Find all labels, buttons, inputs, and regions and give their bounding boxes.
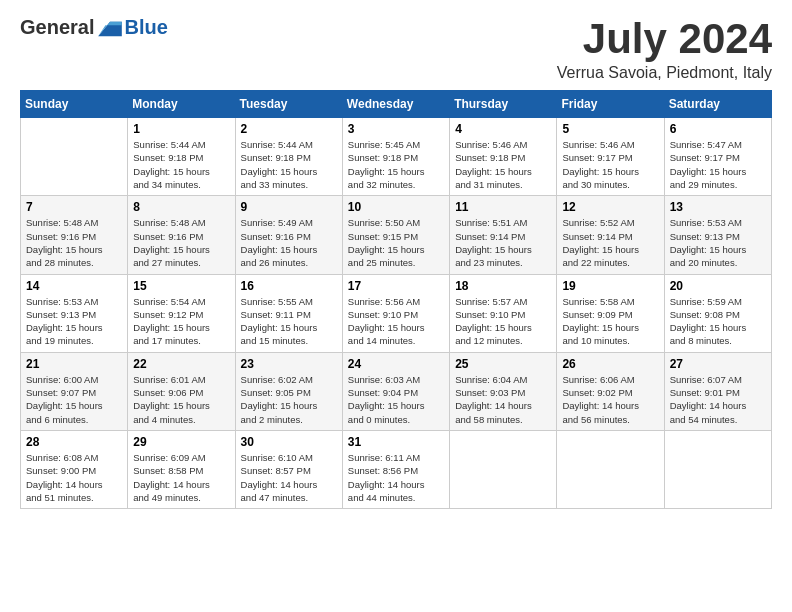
day-info: Sunrise: 5:49 AM Sunset: 9:16 PM Dayligh…	[241, 216, 337, 269]
calendar-cell: 7Sunrise: 5:48 AM Sunset: 9:16 PM Daylig…	[21, 196, 128, 274]
day-number: 13	[670, 200, 766, 214]
day-number: 11	[455, 200, 551, 214]
day-info: Sunrise: 5:56 AM Sunset: 9:10 PM Dayligh…	[348, 295, 444, 348]
calendar-cell: 18Sunrise: 5:57 AM Sunset: 9:10 PM Dayli…	[450, 274, 557, 352]
weekday-header-friday: Friday	[557, 91, 664, 118]
calendar-cell: 5Sunrise: 5:46 AM Sunset: 9:17 PM Daylig…	[557, 118, 664, 196]
week-row-3: 14Sunrise: 5:53 AM Sunset: 9:13 PM Dayli…	[21, 274, 772, 352]
weekday-header-sunday: Sunday	[21, 91, 128, 118]
day-number: 1	[133, 122, 229, 136]
week-row-5: 28Sunrise: 6:08 AM Sunset: 9:00 PM Dayli…	[21, 430, 772, 508]
calendar-cell: 16Sunrise: 5:55 AM Sunset: 9:11 PM Dayli…	[235, 274, 342, 352]
calendar-cell: 20Sunrise: 5:59 AM Sunset: 9:08 PM Dayli…	[664, 274, 771, 352]
day-info: Sunrise: 5:46 AM Sunset: 9:18 PM Dayligh…	[455, 138, 551, 191]
day-info: Sunrise: 5:46 AM Sunset: 9:17 PM Dayligh…	[562, 138, 658, 191]
day-info: Sunrise: 6:03 AM Sunset: 9:04 PM Dayligh…	[348, 373, 444, 426]
weekday-header-wednesday: Wednesday	[342, 91, 449, 118]
day-info: Sunrise: 6:11 AM Sunset: 8:56 PM Dayligh…	[348, 451, 444, 504]
calendar-cell: 1Sunrise: 5:44 AM Sunset: 9:18 PM Daylig…	[128, 118, 235, 196]
calendar-cell: 22Sunrise: 6:01 AM Sunset: 9:06 PM Dayli…	[128, 352, 235, 430]
day-info: Sunrise: 6:10 AM Sunset: 8:57 PM Dayligh…	[241, 451, 337, 504]
logo-blue-text: Blue	[124, 16, 167, 39]
location-title: Verrua Savoia, Piedmont, Italy	[557, 64, 772, 82]
calendar-cell: 25Sunrise: 6:04 AM Sunset: 9:03 PM Dayli…	[450, 352, 557, 430]
weekday-header-tuesday: Tuesday	[235, 91, 342, 118]
day-number: 25	[455, 357, 551, 371]
calendar-cell: 3Sunrise: 5:45 AM Sunset: 9:18 PM Daylig…	[342, 118, 449, 196]
day-info: Sunrise: 5:55 AM Sunset: 9:11 PM Dayligh…	[241, 295, 337, 348]
day-info: Sunrise: 5:51 AM Sunset: 9:14 PM Dayligh…	[455, 216, 551, 269]
day-info: Sunrise: 5:58 AM Sunset: 9:09 PM Dayligh…	[562, 295, 658, 348]
calendar-cell: 12Sunrise: 5:52 AM Sunset: 9:14 PM Dayli…	[557, 196, 664, 274]
week-row-1: 1Sunrise: 5:44 AM Sunset: 9:18 PM Daylig…	[21, 118, 772, 196]
calendar-cell: 19Sunrise: 5:58 AM Sunset: 9:09 PM Dayli…	[557, 274, 664, 352]
day-number: 2	[241, 122, 337, 136]
day-info: Sunrise: 5:53 AM Sunset: 9:13 PM Dayligh…	[26, 295, 122, 348]
calendar-cell: 24Sunrise: 6:03 AM Sunset: 9:04 PM Dayli…	[342, 352, 449, 430]
day-info: Sunrise: 6:01 AM Sunset: 9:06 PM Dayligh…	[133, 373, 229, 426]
day-number: 29	[133, 435, 229, 449]
calendar-cell: 11Sunrise: 5:51 AM Sunset: 9:14 PM Dayli…	[450, 196, 557, 274]
day-number: 15	[133, 279, 229, 293]
day-info: Sunrise: 5:57 AM Sunset: 9:10 PM Dayligh…	[455, 295, 551, 348]
day-info: Sunrise: 6:04 AM Sunset: 9:03 PM Dayligh…	[455, 373, 551, 426]
day-number: 8	[133, 200, 229, 214]
weekday-header-saturday: Saturday	[664, 91, 771, 118]
day-number: 26	[562, 357, 658, 371]
day-number: 3	[348, 122, 444, 136]
day-number: 16	[241, 279, 337, 293]
day-number: 28	[26, 435, 122, 449]
calendar-cell: 21Sunrise: 6:00 AM Sunset: 9:07 PM Dayli…	[21, 352, 128, 430]
day-number: 19	[562, 279, 658, 293]
day-number: 27	[670, 357, 766, 371]
week-row-4: 21Sunrise: 6:00 AM Sunset: 9:07 PM Dayli…	[21, 352, 772, 430]
day-info: Sunrise: 5:44 AM Sunset: 9:18 PM Dayligh…	[241, 138, 337, 191]
logo-icon	[96, 18, 124, 38]
logo: General Blue	[20, 16, 168, 39]
day-info: Sunrise: 5:53 AM Sunset: 9:13 PM Dayligh…	[670, 216, 766, 269]
day-number: 31	[348, 435, 444, 449]
day-number: 6	[670, 122, 766, 136]
day-info: Sunrise: 5:50 AM Sunset: 9:15 PM Dayligh…	[348, 216, 444, 269]
day-number: 30	[241, 435, 337, 449]
calendar-cell	[664, 430, 771, 508]
day-info: Sunrise: 6:07 AM Sunset: 9:01 PM Dayligh…	[670, 373, 766, 426]
calendar-cell: 29Sunrise: 6:09 AM Sunset: 8:58 PM Dayli…	[128, 430, 235, 508]
calendar-cell: 26Sunrise: 6:06 AM Sunset: 9:02 PM Dayli…	[557, 352, 664, 430]
calendar-cell: 2Sunrise: 5:44 AM Sunset: 9:18 PM Daylig…	[235, 118, 342, 196]
calendar-cell	[21, 118, 128, 196]
calendar-cell: 17Sunrise: 5:56 AM Sunset: 9:10 PM Dayli…	[342, 274, 449, 352]
day-number: 4	[455, 122, 551, 136]
day-number: 21	[26, 357, 122, 371]
calendar-cell: 13Sunrise: 5:53 AM Sunset: 9:13 PM Dayli…	[664, 196, 771, 274]
day-info: Sunrise: 5:45 AM Sunset: 9:18 PM Dayligh…	[348, 138, 444, 191]
calendar-cell: 27Sunrise: 6:07 AM Sunset: 9:01 PM Dayli…	[664, 352, 771, 430]
page-header: General Blue July 2024 Verrua Savoia, Pi…	[20, 16, 772, 82]
day-info: Sunrise: 5:52 AM Sunset: 9:14 PM Dayligh…	[562, 216, 658, 269]
day-number: 24	[348, 357, 444, 371]
day-number: 14	[26, 279, 122, 293]
day-info: Sunrise: 5:59 AM Sunset: 9:08 PM Dayligh…	[670, 295, 766, 348]
calendar-table: SundayMondayTuesdayWednesdayThursdayFrid…	[20, 90, 772, 509]
calendar-cell: 4Sunrise: 5:46 AM Sunset: 9:18 PM Daylig…	[450, 118, 557, 196]
week-row-2: 7Sunrise: 5:48 AM Sunset: 9:16 PM Daylig…	[21, 196, 772, 274]
day-number: 10	[348, 200, 444, 214]
day-info: Sunrise: 6:09 AM Sunset: 8:58 PM Dayligh…	[133, 451, 229, 504]
weekday-header-thursday: Thursday	[450, 91, 557, 118]
day-number: 5	[562, 122, 658, 136]
calendar-cell: 8Sunrise: 5:48 AM Sunset: 9:16 PM Daylig…	[128, 196, 235, 274]
day-info: Sunrise: 5:48 AM Sunset: 9:16 PM Dayligh…	[133, 216, 229, 269]
day-info: Sunrise: 5:48 AM Sunset: 9:16 PM Dayligh…	[26, 216, 122, 269]
day-info: Sunrise: 5:44 AM Sunset: 9:18 PM Dayligh…	[133, 138, 229, 191]
calendar-cell: 28Sunrise: 6:08 AM Sunset: 9:00 PM Dayli…	[21, 430, 128, 508]
weekday-header-monday: Monday	[128, 91, 235, 118]
calendar-cell: 15Sunrise: 5:54 AM Sunset: 9:12 PM Dayli…	[128, 274, 235, 352]
calendar-cell: 14Sunrise: 5:53 AM Sunset: 9:13 PM Dayli…	[21, 274, 128, 352]
day-number: 18	[455, 279, 551, 293]
day-info: Sunrise: 5:54 AM Sunset: 9:12 PM Dayligh…	[133, 295, 229, 348]
day-number: 22	[133, 357, 229, 371]
weekday-header-row: SundayMondayTuesdayWednesdayThursdayFrid…	[21, 91, 772, 118]
day-number: 7	[26, 200, 122, 214]
day-number: 12	[562, 200, 658, 214]
day-number: 9	[241, 200, 337, 214]
